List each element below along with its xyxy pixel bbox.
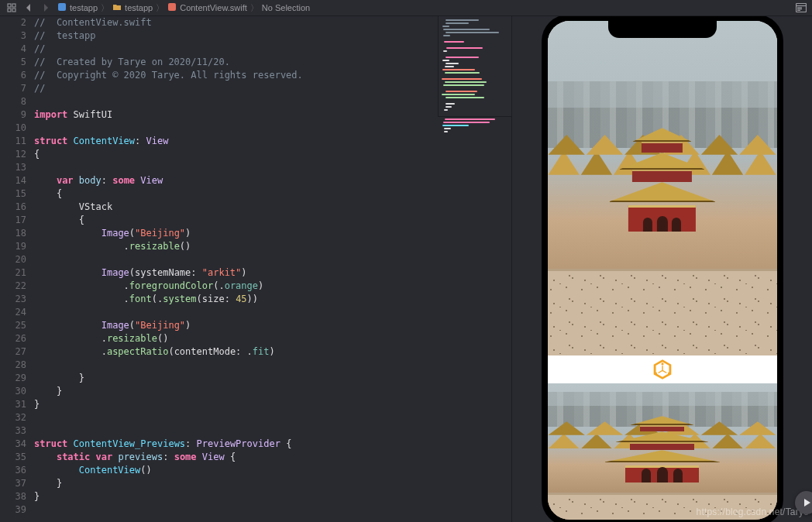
code-line[interactable]: .resizable()	[33, 240, 438, 253]
code-line[interactable]: Image(systemName: "arkit")	[33, 266, 438, 280]
code-line[interactable]: import SwiftUI	[33, 108, 438, 122]
nav-back-button[interactable]	[22, 2, 36, 14]
minimap-line	[444, 128, 451, 129]
line-number: 5	[0, 56, 26, 69]
code-line[interactable]	[33, 359, 438, 372]
minimap-line	[442, 60, 449, 61]
breadcrumb-segment[interactable]: No Selection	[260, 3, 311, 12]
line-number: 38	[0, 490, 26, 503]
breadcrumb-segment[interactable]: testapp	[56, 2, 99, 13]
code-line[interactable]: }	[33, 477, 438, 490]
code-line[interactable]: {	[33, 187, 438, 201]
line-number: 34	[0, 438, 26, 451]
adjust-editor-options-icon[interactable]	[795, 2, 807, 14]
code-line[interactable]: .aspectRatio(contentMode: .fit)	[33, 345, 438, 359]
code-line[interactable]	[33, 411, 438, 424]
minimap-line	[442, 53, 508, 55]
minimap[interactable]	[438, 16, 511, 117]
minimap-line	[443, 50, 447, 52]
code-line[interactable]: static var previews: some View {	[33, 451, 438, 464]
device-bezel	[542, 16, 783, 522]
line-number: 28	[0, 359, 26, 372]
source-editor[interactable]: 2345678910111213141516171819202122232425…	[0, 16, 511, 522]
code-line[interactable]: // ContentView.swift	[33, 16, 438, 29]
line-number: 13	[0, 161, 26, 174]
code-line[interactable]: // testapp	[33, 29, 438, 43]
breadcrumb-label: testapp	[125, 3, 153, 12]
minimap-line	[446, 103, 455, 105]
minimap-line	[445, 118, 495, 120]
minimap-line	[444, 131, 448, 132]
code-line[interactable]: }	[33, 372, 438, 385]
code-line[interactable]: var body: some View	[33, 174, 438, 187]
code-line[interactable]: .font(.system(size: 45))	[33, 293, 438, 306]
code-line[interactable]: VStack	[33, 201, 438, 214]
line-number: 27	[0, 345, 26, 359]
code-line[interactable]	[33, 253, 438, 266]
code-line[interactable]	[33, 306, 438, 319]
line-number: 9	[0, 108, 26, 122]
code-line[interactable]: }	[33, 490, 438, 503]
code-line[interactable]	[33, 424, 438, 438]
code-line[interactable]: Image("Beijing")	[33, 319, 438, 332]
code-line[interactable]: ContentView()	[33, 464, 438, 477]
code-line[interactable]: }	[33, 385, 438, 398]
code-line[interactable]	[33, 95, 438, 108]
code-line[interactable]: {	[33, 148, 438, 161]
minimap-line	[444, 109, 448, 111]
minimap-line	[443, 122, 490, 123]
minimap-line	[445, 66, 454, 67]
line-number: 19	[0, 240, 26, 253]
line-number: 33	[0, 424, 26, 438]
line-number: 15	[0, 187, 26, 201]
code-line[interactable]	[33, 503, 438, 517]
minimap-line	[442, 125, 469, 126]
code-line[interactable]: struct ContentView: View	[33, 135, 438, 148]
line-number: 26	[0, 332, 26, 345]
line-number: 20	[0, 253, 26, 266]
line-number: 25	[0, 319, 26, 332]
code-line[interactable]: // Copyright © 2020 Tarye. All rights re…	[33, 69, 438, 82]
line-number: 23	[0, 293, 26, 306]
code-line[interactable]: //	[33, 82, 438, 95]
minimap-line	[446, 19, 479, 21]
minimap-line	[442, 94, 475, 95]
breadcrumb-segment[interactable]: ContentView.swift	[166, 2, 249, 13]
code-line[interactable]: Image("Beijing")	[33, 227, 438, 240]
code-line[interactable]	[33, 122, 438, 135]
code-line[interactable]: .resizable()	[33, 332, 438, 345]
code-line[interactable]: .foregroundColor(.orange)	[33, 280, 438, 293]
code-line[interactable]: //	[33, 43, 438, 56]
svg-rect-0	[8, 4, 11, 7]
code-line[interactable]: struct ContentView_Previews: PreviewProv…	[33, 438, 438, 451]
line-number: 22	[0, 280, 26, 293]
minimap-line	[442, 69, 474, 70]
breadcrumb-label: ContentView.swift	[180, 3, 247, 12]
line-number: 2	[0, 16, 26, 29]
code-line[interactable]: }	[33, 398, 438, 411]
code-area[interactable]: // ContentView.swift// testapp//// Creat…	[33, 16, 438, 522]
line-number: 16	[0, 201, 26, 214]
minimap-line	[446, 97, 484, 98]
line-number: 6	[0, 69, 26, 82]
swiftui-preview-canvas[interactable]: https://blog.csdn.net/Tarye	[511, 16, 812, 522]
svg-rect-2	[8, 9, 11, 12]
nav-forward-button[interactable]	[39, 2, 53, 14]
breadcrumb-segment[interactable]: testapp	[111, 2, 154, 13]
breadcrumb-separator: 〉	[249, 2, 260, 14]
minimap-line	[444, 41, 464, 43]
line-number: 35	[0, 451, 26, 464]
device-notch	[608, 21, 717, 38]
svg-point-12	[654, 372, 656, 374]
minimap-line	[446, 47, 483, 49]
preview-image-beijing-1	[548, 21, 777, 355]
minimap-line	[442, 26, 449, 27]
live-preview-play-button[interactable]	[795, 491, 812, 514]
related-items-icon[interactable]	[5, 2, 19, 14]
code-line[interactable]: // Created by Tarye on 2020/11/20.	[33, 56, 438, 69]
code-line[interactable]: {	[33, 214, 438, 227]
minimap-line	[446, 22, 469, 24]
minimap-line	[446, 57, 479, 58]
preview-sfsymbol-arkit	[548, 355, 777, 383]
code-line[interactable]	[33, 161, 438, 174]
